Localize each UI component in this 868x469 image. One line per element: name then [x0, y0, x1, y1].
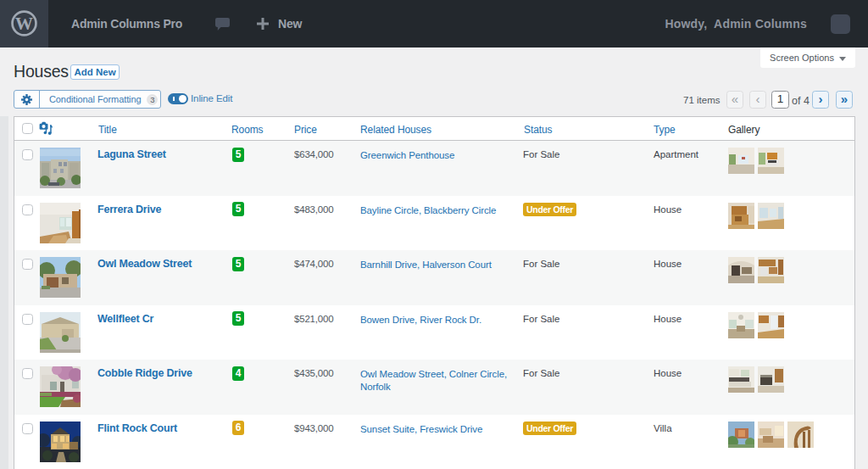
- svg-text:W: W: [15, 14, 33, 34]
